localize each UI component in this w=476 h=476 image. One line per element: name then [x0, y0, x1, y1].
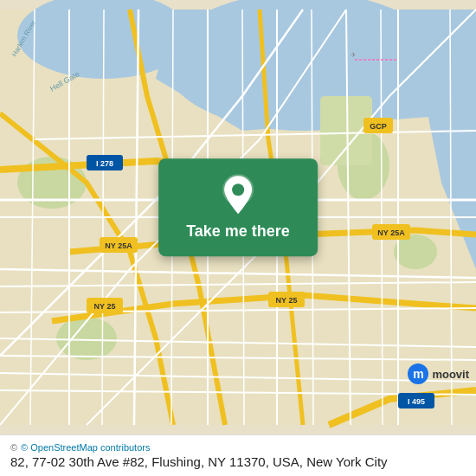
copyright-symbol: ©	[10, 442, 17, 453]
svg-text:NY 25: NY 25	[276, 296, 298, 305]
svg-text:✈: ✈	[351, 51, 357, 59]
address: 82, 77-02 30th Ave #82, Flushing, NY 113…	[10, 454, 303, 469]
svg-text:I 278: I 278	[96, 159, 113, 168]
svg-point-9	[56, 317, 117, 360]
svg-text:NY 25A: NY 25A	[105, 241, 132, 250]
moovit-brand: moovit	[432, 368, 469, 381]
map-area: I 278 NY 25A NY 25A NY 25A NY 25 NY 25 I…	[0, 0, 476, 434]
bottom-info-bar: © © OpenStreetMap contributors 82, 77-02…	[0, 434, 476, 476]
app: I 278 NY 25A NY 25A NY 25A NY 25 NY 25 I…	[0, 0, 476, 476]
cta-label: Take me there	[186, 222, 290, 241]
moovit-m-icon: m	[408, 363, 428, 384]
cta-container: Take me there	[158, 158, 318, 256]
svg-text:NY 25: NY 25	[94, 302, 116, 311]
moovit-logo: m moovit	[408, 363, 469, 384]
attribution: © © OpenStreetMap contributors	[10, 442, 466, 453]
svg-text:GCP: GCP	[370, 122, 387, 131]
svg-point-31	[232, 183, 244, 196]
location-pin-icon	[221, 174, 255, 215]
svg-text:I 495: I 495	[408, 397, 425, 406]
osm-attribution: © OpenStreetMap contributors	[21, 442, 150, 453]
address-line: 82, 77-02 30th Ave #82, Flushing, NY 113…	[10, 454, 466, 469]
take-me-there-button[interactable]: Take me there	[158, 158, 318, 256]
svg-text:NY 25A: NY 25A	[377, 228, 405, 237]
city: New York City	[306, 454, 387, 469]
